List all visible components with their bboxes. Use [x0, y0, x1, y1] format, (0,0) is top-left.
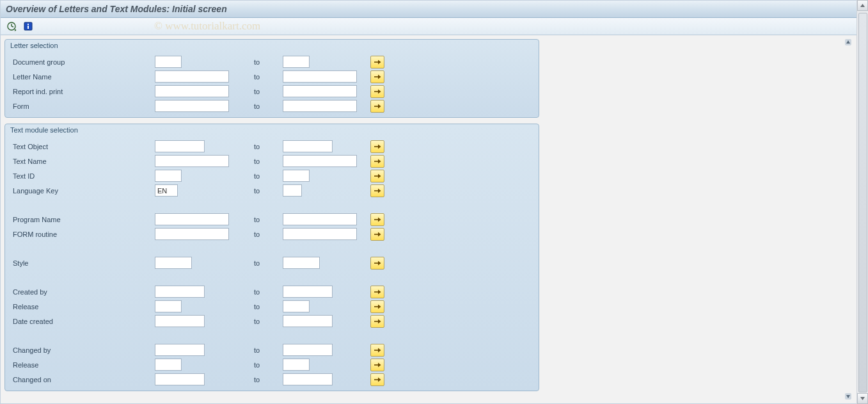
field-label: Form	[13, 102, 29, 110]
inner-scrollbar[interactable]	[845, 39, 851, 400]
svg-marker-41	[846, 40, 850, 44]
selection-row: Release to	[9, 299, 535, 314]
multiple-selection-button[interactable]	[370, 300, 384, 313]
from-input[interactable]	[155, 100, 229, 112]
arrow-right-icon	[374, 188, 381, 194]
multiple-selection-button[interactable]	[370, 155, 384, 168]
from-input[interactable]	[155, 56, 182, 68]
to-input[interactable]	[283, 56, 310, 68]
svg-marker-44	[860, 397, 865, 400]
selection-row: Letter Name to	[9, 69, 535, 84]
svg-marker-40	[378, 377, 381, 382]
window-scrollbar[interactable]	[856, 0, 868, 404]
to-input[interactable]	[283, 373, 333, 385]
svg-marker-34	[378, 319, 381, 323]
to-label: to	[254, 102, 260, 110]
multiple-selection-button[interactable]	[370, 100, 384, 113]
selection-row: FORM routine to	[9, 227, 535, 241]
selection-row: Document group to	[9, 54, 535, 69]
from-input[interactable]	[155, 155, 229, 167]
to-input[interactable]	[283, 155, 357, 167]
multiple-selection-button[interactable]	[370, 257, 384, 270]
to-input[interactable]	[283, 70, 357, 83]
multiple-selection-button[interactable]	[370, 315, 384, 328]
from-input[interactable]	[155, 373, 205, 385]
to-input[interactable]	[283, 344, 333, 356]
from-input[interactable]	[155, 85, 229, 97]
svg-marker-20	[378, 174, 381, 178]
multiple-selection-button[interactable]	[370, 56, 384, 69]
field-label: Release	[13, 303, 38, 311]
to-input[interactable]	[283, 184, 302, 197]
field-label: Changed by	[13, 346, 51, 354]
from-input[interactable]	[155, 286, 205, 298]
page-title: Overview of Letters and Text Modules: In…	[6, 4, 227, 14]
selection-row: Style to	[9, 255, 535, 270]
to-input[interactable]	[283, 286, 333, 298]
scroll-up-button[interactable]	[857, 0, 868, 11]
watermark-text: © www.tutorialkart.com	[154, 20, 260, 33]
from-input[interactable]	[155, 184, 178, 197]
field-label: Letter Name	[13, 73, 52, 81]
to-label: to	[254, 187, 260, 195]
to-input[interactable]	[283, 85, 357, 97]
scroll-down-icon[interactable]	[845, 393, 851, 400]
field-label: Text Name	[13, 158, 47, 165]
scroll-up-icon[interactable]	[845, 39, 851, 45]
from-input[interactable]	[155, 70, 229, 83]
arrow-right-icon	[374, 303, 381, 310]
field-label: Language Key	[13, 187, 58, 195]
to-label: to	[254, 259, 260, 267]
to-input[interactable]	[283, 213, 357, 225]
group-header: Letter selection	[5, 40, 539, 53]
multiple-selection-button[interactable]	[370, 184, 384, 197]
to-input[interactable]	[283, 300, 310, 312]
from-input[interactable]	[155, 315, 205, 327]
from-input[interactable]	[155, 344, 205, 356]
svg-marker-28	[378, 261, 381, 265]
scroll-down-button[interactable]	[857, 393, 868, 404]
svg-marker-43	[860, 4, 865, 7]
multiple-selection-button[interactable]	[370, 286, 384, 298]
multiple-selection-button[interactable]	[370, 228, 384, 241]
multiple-selection-button[interactable]	[370, 140, 384, 153]
title-bar: Overview of Letters and Text Modules: In…	[1, 1, 856, 18]
info-button[interactable]	[21, 19, 35, 33]
arrow-right-icon	[374, 362, 381, 368]
from-input[interactable]	[155, 257, 192, 269]
from-input[interactable]	[155, 140, 205, 152]
execute-button[interactable]	[4, 19, 19, 33]
svg-marker-3	[15, 29, 17, 31]
to-label: to	[254, 216, 260, 223]
multiple-selection-button[interactable]	[370, 170, 384, 182]
from-input[interactable]	[155, 228, 229, 240]
group-letter-selection: Letter selection Document group to Lette…	[4, 39, 539, 118]
to-input[interactable]	[283, 257, 320, 269]
arrow-right-icon	[374, 376, 381, 383]
multiple-selection-button[interactable]	[370, 213, 384, 226]
svg-rect-5	[28, 24, 29, 25]
svg-line-2	[12, 26, 13, 27]
multiple-selection-button[interactable]	[370, 70, 384, 83]
multiple-selection-button[interactable]	[370, 85, 384, 98]
to-input[interactable]	[283, 315, 333, 327]
from-input[interactable]	[155, 213, 229, 225]
to-label: to	[254, 230, 260, 238]
field-label: Changed on	[13, 376, 51, 384]
to-input[interactable]	[283, 170, 310, 182]
svg-marker-8	[378, 60, 381, 64]
to-input[interactable]	[283, 359, 310, 371]
from-input[interactable]	[155, 359, 182, 371]
from-input[interactable]	[155, 170, 182, 182]
to-input[interactable]	[283, 140, 333, 152]
svg-marker-42	[846, 395, 850, 398]
to-label: to	[254, 376, 260, 384]
multiple-selection-button[interactable]	[370, 373, 384, 386]
multiple-selection-button[interactable]	[370, 344, 384, 357]
to-input[interactable]	[283, 228, 357, 240]
to-input[interactable]	[283, 100, 357, 112]
svg-marker-12	[378, 89, 381, 93]
from-input[interactable]	[155, 300, 182, 312]
scrollbar-thumb[interactable]	[858, 13, 867, 392]
multiple-selection-button[interactable]	[370, 359, 384, 371]
